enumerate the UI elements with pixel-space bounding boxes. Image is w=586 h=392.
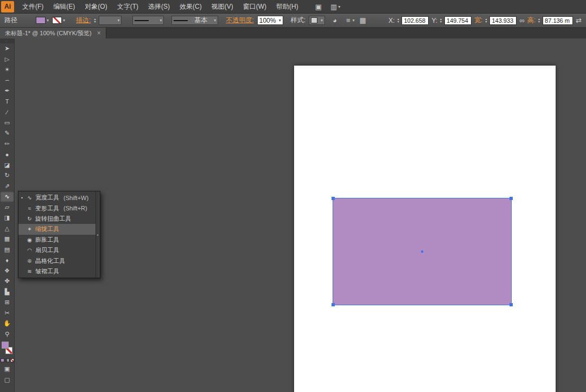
swap-dimensions-icon[interactable]: ⇄ [576,16,582,24]
menu-help[interactable]: 帮助(H) [271,0,303,14]
twirl-tool-item[interactable]: ↻ 旋转扭曲工具 [18,214,95,224]
menu-object[interactable]: 对象(O) [80,0,112,14]
line-segment-tool-icon[interactable]: ∕ [0,107,14,118]
illustrator-app-icon[interactable]: Ai [1,1,14,12]
perspective-grid-tool-icon[interactable]: △ [0,223,14,234]
chevron-down-icon: ▾ [353,18,355,23]
stepper-down-icon[interactable]: ▾ [440,21,442,23]
pencil-tool-icon[interactable]: ✏ [0,139,14,150]
selection-tool-icon[interactable]: ➤ [0,43,14,54]
none-button[interactable] [10,358,14,362]
zoom-tool-icon[interactable]: ⚲ [0,329,14,340]
close-tab-icon[interactable]: × [97,29,101,37]
tool-glyph: ▱ [5,204,9,211]
arrange-documents-icon: ▥ [330,3,337,11]
blend-tool-icon[interactable]: ❖ [0,266,14,277]
stepper-down-icon[interactable]: ▾ [397,21,399,23]
constrain-proportions-icon[interactable]: ∞ [519,16,524,24]
tool-glyph: ∕ [7,109,8,115]
mesh-tool-icon[interactable]: ▦ [0,234,14,245]
menu-select[interactable]: 选择(S) [143,0,175,14]
column-graph-tool-icon[interactable]: ▙ [0,287,14,298]
selected-rectangle[interactable] [333,198,512,305]
width-profile-dropdown[interactable]: ▾ [132,16,164,25]
hand-tool-icon[interactable]: ✋ [0,318,14,329]
eyedropper-tool-icon[interactable]: ♦ [0,255,14,266]
tool-glyph: ● [5,151,9,158]
x-stepper[interactable]: ▴ ▾ [397,18,399,23]
stroke-color-control[interactable]: ▾ [52,17,65,24]
transform-grid-icon[interactable]: ▦ [360,16,366,24]
anchor-handle-top-left[interactable] [332,197,335,200]
free-transform-tool-icon[interactable]: ▱ [0,202,14,213]
bloat-tool-item[interactable]: ◉ 膨胀工具 [18,235,95,245]
symbol-sprayer-tool-icon[interactable]: ✤ [0,276,14,287]
height-stepper[interactable]: ▴ ▾ [538,18,540,23]
warp-tool-item[interactable]: ≈ 变形工具 (Shift+R) [18,203,95,213]
width-input[interactable] [489,16,517,25]
fill-color-control[interactable]: ▾ [36,17,49,24]
style-dropdown[interactable]: ▾ [309,16,325,25]
opacity-dropdown[interactable]: 100% ▾ [257,16,283,25]
width-tool-icon[interactable]: ∿ [0,191,14,202]
gradient-tool-icon[interactable]: ▤ [0,245,14,255]
blob-brush-tool-icon[interactable]: ● [0,149,14,160]
align-control[interactable]: ≡ ▾ [345,16,356,25]
menu-view[interactable]: 视图(V) [207,0,238,14]
magic-wand-tool-icon[interactable]: ✶ [0,65,14,75]
height-input[interactable] [543,16,573,25]
stepper-down-icon[interactable]: ▾ [538,21,540,23]
lasso-tool-icon[interactable]: ∽ [0,75,14,86]
menu-type[interactable]: 文字(T) [112,0,143,14]
brush-definition-dropdown[interactable]: 基本 ▾ [171,16,218,25]
anchor-handle-bottom-left[interactable] [332,303,335,306]
stepper-down-icon[interactable]: ▾ [485,21,487,23]
artboard-tool-icon[interactable]: ⊞ [0,297,14,308]
eraser-tool-icon[interactable]: ◪ [0,160,14,171]
paintbrush-tool-icon[interactable]: ✎ [0,128,14,139]
fill-color-swatch[interactable] [2,342,9,349]
rectangle-tool-icon[interactable]: ▭ [0,118,14,128]
stroke-color-swatch[interactable] [52,17,62,24]
pen-tool-icon[interactable]: ✒ [0,86,14,97]
crystallize-tool-item[interactable]: ❊ 晶格化工具 [18,255,95,266]
color-button[interactable] [1,358,4,362]
type-tool-icon[interactable]: T [0,97,14,107]
width-tool-item[interactable]: ▪ ∿ 宽度工具 (Shift+W) [18,192,95,203]
y-stepper[interactable]: ▴ ▾ [440,18,442,23]
recolor-artwork-icon[interactable]: ◕ [333,16,337,24]
y-input[interactable] [444,16,472,25]
anchor-handle-top-right[interactable] [509,197,513,200]
scallop-tool-item[interactable]: ◠ 扇贝工具 [18,245,95,255]
x-input[interactable] [402,16,429,25]
stroke-panel-link[interactable]: 描边: [76,16,91,25]
stroke-weight-dropdown[interactable]: ▾ [99,16,122,25]
screen-mode-button[interactable]: ▢ [0,375,14,384]
slice-tool-icon[interactable]: ✂ [0,308,14,319]
anchor-handle-bottom-right[interactable] [509,303,513,306]
menu-edit[interactable]: 编辑(E) [48,0,80,14]
tools-panel: ∙∙ ➤ ▷ ✶ ∽ ✒ [0,38,15,392]
menu-window[interactable]: 窗口(W) [238,0,271,14]
drawing-mode-button[interactable]: ▣ [0,364,14,373]
opacity-panel-link[interactable]: 不透明度: [226,16,253,25]
arrange-documents-button[interactable]: ▥ ▾ [330,3,340,11]
shape-builder-tool-icon[interactable]: ◨ [0,213,14,223]
document-tab[interactable]: 未标题-1* @ 100% (CMYK/预览) × [0,28,106,38]
rotate-tool-icon[interactable]: ↻ [0,170,14,181]
fill-color-swatch[interactable] [36,17,46,24]
menu-file[interactable]: 文件(F) [17,0,48,14]
pucker-tool-item[interactable]: ✶ 缩拢工具 [18,224,95,234]
scale-tool-icon[interactable]: ⇗ [0,181,14,192]
tools-panel-grip[interactable]: ∙∙ [0,38,14,43]
menu-effect[interactable]: 效果(C) [175,0,207,14]
stepper-down-icon[interactable]: ▾ [94,21,95,23]
canvas[interactable]: ▪ ∿ 宽度工具 (Shift+W) ≈ 变形工具 (Shift+R) [15,38,586,392]
bridge-icon[interactable]: ▣ [315,3,322,11]
width-stepper[interactable]: ▴ ▾ [485,18,487,23]
tearoff-strip[interactable]: ▸ [95,191,100,278]
direct-selection-tool-icon[interactable]: ▷ [0,54,14,65]
gradient-button[interactable] [5,358,9,362]
wrinkle-tool-item[interactable]: ≋ 皱褶工具 [18,266,95,277]
stroke-weight-stepper[interactable]: ▴ ▾ [94,18,95,23]
